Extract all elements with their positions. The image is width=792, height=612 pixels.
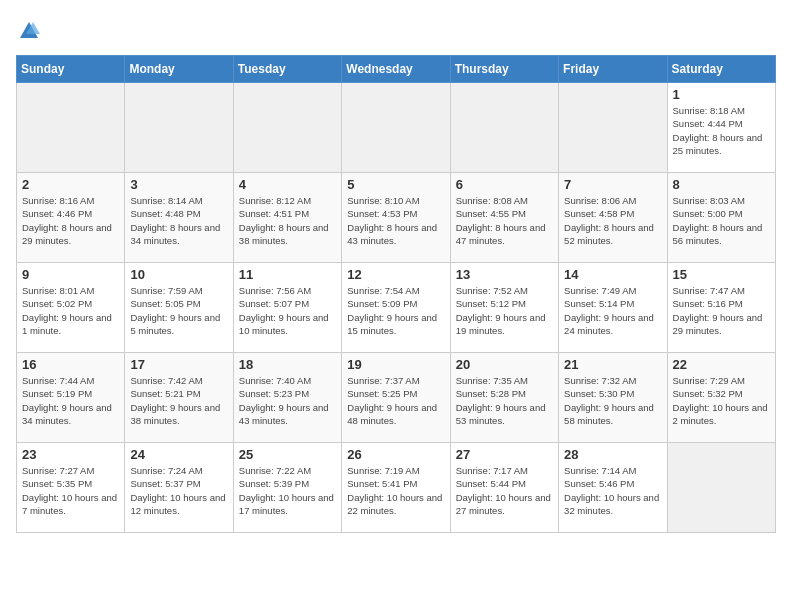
- table-row: [342, 83, 450, 173]
- day-number: 1: [673, 87, 770, 102]
- table-row: 5Sunrise: 8:10 AM Sunset: 4:53 PM Daylig…: [342, 173, 450, 263]
- day-info: Sunrise: 7:32 AM Sunset: 5:30 PM Dayligh…: [564, 374, 661, 427]
- table-row: [233, 83, 341, 173]
- day-info: Sunrise: 8:03 AM Sunset: 5:00 PM Dayligh…: [673, 194, 770, 247]
- table-row: 9Sunrise: 8:01 AM Sunset: 5:02 PM Daylig…: [17, 263, 125, 353]
- table-row: [667, 443, 775, 533]
- day-number: 7: [564, 177, 661, 192]
- table-row: 24Sunrise: 7:24 AM Sunset: 5:37 PM Dayli…: [125, 443, 233, 533]
- day-info: Sunrise: 8:01 AM Sunset: 5:02 PM Dayligh…: [22, 284, 119, 337]
- day-number: 21: [564, 357, 661, 372]
- table-row: 15Sunrise: 7:47 AM Sunset: 5:16 PM Dayli…: [667, 263, 775, 353]
- day-info: Sunrise: 7:52 AM Sunset: 5:12 PM Dayligh…: [456, 284, 553, 337]
- weekday-header-thursday: Thursday: [450, 56, 558, 83]
- table-row: 6Sunrise: 8:08 AM Sunset: 4:55 PM Daylig…: [450, 173, 558, 263]
- day-info: Sunrise: 7:42 AM Sunset: 5:21 PM Dayligh…: [130, 374, 227, 427]
- day-number: 20: [456, 357, 553, 372]
- day-info: Sunrise: 7:49 AM Sunset: 5:14 PM Dayligh…: [564, 284, 661, 337]
- calendar-week-3: 9Sunrise: 8:01 AM Sunset: 5:02 PM Daylig…: [17, 263, 776, 353]
- day-number: 2: [22, 177, 119, 192]
- day-info: Sunrise: 7:47 AM Sunset: 5:16 PM Dayligh…: [673, 284, 770, 337]
- day-number: 10: [130, 267, 227, 282]
- day-number: 19: [347, 357, 444, 372]
- weekday-header-wednesday: Wednesday: [342, 56, 450, 83]
- day-info: Sunrise: 7:27 AM Sunset: 5:35 PM Dayligh…: [22, 464, 119, 517]
- day-number: 8: [673, 177, 770, 192]
- weekday-header-friday: Friday: [559, 56, 667, 83]
- table-row: 3Sunrise: 8:14 AM Sunset: 4:48 PM Daylig…: [125, 173, 233, 263]
- day-info: Sunrise: 7:44 AM Sunset: 5:19 PM Dayligh…: [22, 374, 119, 427]
- table-row: 27Sunrise: 7:17 AM Sunset: 5:44 PM Dayli…: [450, 443, 558, 533]
- day-info: Sunrise: 7:40 AM Sunset: 5:23 PM Dayligh…: [239, 374, 336, 427]
- day-info: Sunrise: 7:19 AM Sunset: 5:41 PM Dayligh…: [347, 464, 444, 517]
- calendar-week-4: 16Sunrise: 7:44 AM Sunset: 5:19 PM Dayli…: [17, 353, 776, 443]
- day-number: 5: [347, 177, 444, 192]
- table-row: 26Sunrise: 7:19 AM Sunset: 5:41 PM Dayli…: [342, 443, 450, 533]
- table-row: 11Sunrise: 7:56 AM Sunset: 5:07 PM Dayli…: [233, 263, 341, 353]
- day-number: 17: [130, 357, 227, 372]
- day-number: 12: [347, 267, 444, 282]
- day-number: 22: [673, 357, 770, 372]
- day-info: Sunrise: 7:59 AM Sunset: 5:05 PM Dayligh…: [130, 284, 227, 337]
- day-number: 18: [239, 357, 336, 372]
- table-row: 23Sunrise: 7:27 AM Sunset: 5:35 PM Dayli…: [17, 443, 125, 533]
- weekday-header-saturday: Saturday: [667, 56, 775, 83]
- day-info: Sunrise: 7:24 AM Sunset: 5:37 PM Dayligh…: [130, 464, 227, 517]
- day-info: Sunrise: 8:18 AM Sunset: 4:44 PM Dayligh…: [673, 104, 770, 157]
- day-info: Sunrise: 7:35 AM Sunset: 5:28 PM Dayligh…: [456, 374, 553, 427]
- day-number: 26: [347, 447, 444, 462]
- table-row: 7Sunrise: 8:06 AM Sunset: 4:58 PM Daylig…: [559, 173, 667, 263]
- day-number: 6: [456, 177, 553, 192]
- calendar-week-1: 1Sunrise: 8:18 AM Sunset: 4:44 PM Daylig…: [17, 83, 776, 173]
- weekday-header-tuesday: Tuesday: [233, 56, 341, 83]
- table-row: 10Sunrise: 7:59 AM Sunset: 5:05 PM Dayli…: [125, 263, 233, 353]
- day-info: Sunrise: 8:14 AM Sunset: 4:48 PM Dayligh…: [130, 194, 227, 247]
- day-info: Sunrise: 7:17 AM Sunset: 5:44 PM Dayligh…: [456, 464, 553, 517]
- table-row: 20Sunrise: 7:35 AM Sunset: 5:28 PM Dayli…: [450, 353, 558, 443]
- logo-icon: [18, 20, 40, 42]
- table-row: 19Sunrise: 7:37 AM Sunset: 5:25 PM Dayli…: [342, 353, 450, 443]
- day-info: Sunrise: 7:54 AM Sunset: 5:09 PM Dayligh…: [347, 284, 444, 337]
- table-row: [559, 83, 667, 173]
- day-number: 13: [456, 267, 553, 282]
- day-info: Sunrise: 7:56 AM Sunset: 5:07 PM Dayligh…: [239, 284, 336, 337]
- day-info: Sunrise: 7:22 AM Sunset: 5:39 PM Dayligh…: [239, 464, 336, 517]
- table-row: 18Sunrise: 7:40 AM Sunset: 5:23 PM Dayli…: [233, 353, 341, 443]
- calendar-week-2: 2Sunrise: 8:16 AM Sunset: 4:46 PM Daylig…: [17, 173, 776, 263]
- day-info: Sunrise: 8:06 AM Sunset: 4:58 PM Dayligh…: [564, 194, 661, 247]
- day-number: 23: [22, 447, 119, 462]
- table-row: 21Sunrise: 7:32 AM Sunset: 5:30 PM Dayli…: [559, 353, 667, 443]
- day-number: 11: [239, 267, 336, 282]
- table-row: 1Sunrise: 8:18 AM Sunset: 4:44 PM Daylig…: [667, 83, 775, 173]
- day-number: 14: [564, 267, 661, 282]
- table-row: [450, 83, 558, 173]
- day-info: Sunrise: 7:14 AM Sunset: 5:46 PM Dayligh…: [564, 464, 661, 517]
- day-info: Sunrise: 8:16 AM Sunset: 4:46 PM Dayligh…: [22, 194, 119, 247]
- table-row: 28Sunrise: 7:14 AM Sunset: 5:46 PM Dayli…: [559, 443, 667, 533]
- table-row: 12Sunrise: 7:54 AM Sunset: 5:09 PM Dayli…: [342, 263, 450, 353]
- table-row: 22Sunrise: 7:29 AM Sunset: 5:32 PM Dayli…: [667, 353, 775, 443]
- table-row: [125, 83, 233, 173]
- table-row: 14Sunrise: 7:49 AM Sunset: 5:14 PM Dayli…: [559, 263, 667, 353]
- day-number: 4: [239, 177, 336, 192]
- table-row: 25Sunrise: 7:22 AM Sunset: 5:39 PM Dayli…: [233, 443, 341, 533]
- table-row: 2Sunrise: 8:16 AM Sunset: 4:46 PM Daylig…: [17, 173, 125, 263]
- logo: [16, 20, 40, 47]
- table-row: 13Sunrise: 7:52 AM Sunset: 5:12 PM Dayli…: [450, 263, 558, 353]
- day-info: Sunrise: 8:12 AM Sunset: 4:51 PM Dayligh…: [239, 194, 336, 247]
- weekday-header-monday: Monday: [125, 56, 233, 83]
- calendar-table: SundayMondayTuesdayWednesdayThursdayFrid…: [16, 55, 776, 533]
- day-number: 25: [239, 447, 336, 462]
- table-row: 4Sunrise: 8:12 AM Sunset: 4:51 PM Daylig…: [233, 173, 341, 263]
- day-number: 3: [130, 177, 227, 192]
- weekday-header-sunday: Sunday: [17, 56, 125, 83]
- day-info: Sunrise: 7:37 AM Sunset: 5:25 PM Dayligh…: [347, 374, 444, 427]
- day-info: Sunrise: 8:08 AM Sunset: 4:55 PM Dayligh…: [456, 194, 553, 247]
- weekday-header-row: SundayMondayTuesdayWednesdayThursdayFrid…: [17, 56, 776, 83]
- table-row: 17Sunrise: 7:42 AM Sunset: 5:21 PM Dayli…: [125, 353, 233, 443]
- day-info: Sunrise: 7:29 AM Sunset: 5:32 PM Dayligh…: [673, 374, 770, 427]
- day-number: 24: [130, 447, 227, 462]
- day-number: 15: [673, 267, 770, 282]
- page-header: [16, 16, 776, 47]
- calendar-week-5: 23Sunrise: 7:27 AM Sunset: 5:35 PM Dayli…: [17, 443, 776, 533]
